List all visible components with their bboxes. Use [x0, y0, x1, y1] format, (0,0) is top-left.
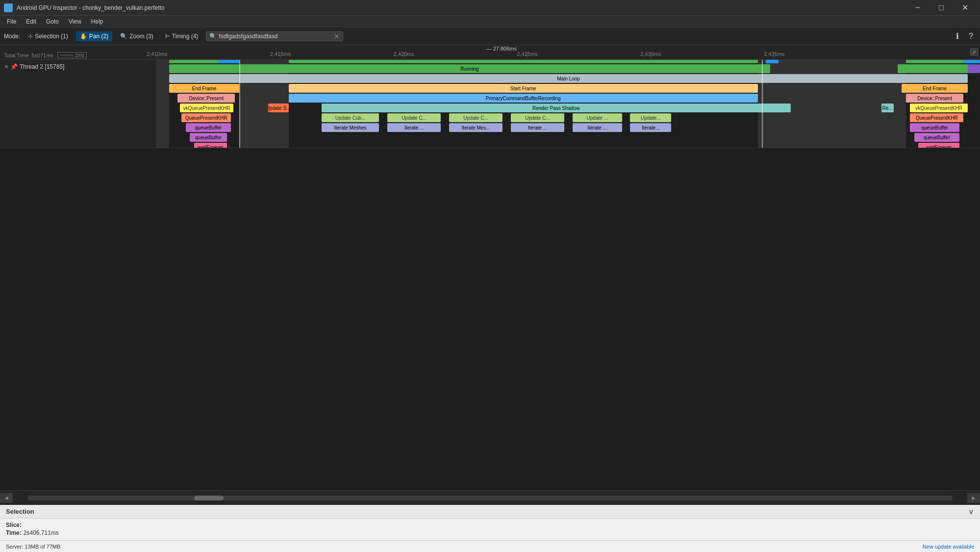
bottom-panel: Selection ∨ Slice: Time: 2s406.711ms: [0, 505, 980, 540]
track-row-indicators: [157, 60, 980, 64]
track-row-running: Running: [157, 64, 980, 74]
track-row-mainloop: Main Loop: [157, 74, 980, 83]
track-row-queuebuffer2: queueBuffer queueBuffer: [157, 132, 980, 142]
slice-updatec-1[interactable]: Update C...: [387, 113, 441, 122]
mode-timing-button[interactable]: ⊢ Timing (4): [161, 31, 202, 41]
slice-queuepresentkhr-1[interactable]: QueuePresentKHR: [181, 113, 231, 122]
ruler-tick-3: [527, 54, 528, 58]
slice-devicepresent-2[interactable]: Device::Present: [906, 94, 964, 103]
slice-queuebuffer-3[interactable]: queueBuffer: [190, 133, 227, 142]
slice-running-1[interactable]: Running: [169, 64, 770, 73]
slice-queuepresentkhr-2[interactable]: QueuePresentKHR: [910, 113, 963, 122]
slice-update-5[interactable]: Update...: [630, 113, 671, 122]
ruler-info: Total Time: 5s071ms ──── 1ms: [0, 52, 157, 58]
search-container: 🔍 ✕: [206, 31, 343, 41]
bottom-panel-header: Selection ∨: [0, 505, 980, 519]
slice-mainloop[interactable]: Main Loop: [169, 74, 968, 83]
slice-vkqueuepresent-2[interactable]: vkQueuePresentKHR: [910, 104, 968, 112]
scrollbar-track[interactable]: [27, 496, 953, 500]
mode-zoom-button[interactable]: 🔍 Zoom (3): [116, 31, 157, 41]
close-button[interactable]: ✕: [954, 0, 976, 16]
slice-renderpassshadow[interactable]: Render Pass Shadow: [322, 104, 791, 112]
time-ruler: Total Time: 5s071ms ──── 1ms 2,410ms 2,4…: [0, 45, 980, 60]
indicator-green-3[interactable]: [906, 60, 964, 63]
title-bar: Android GPU Inspector - chonky_bender_vu…: [0, 0, 980, 16]
slice-waitforever-2[interactable]: waitForever: [918, 143, 959, 148]
ruler-tick-1: [280, 54, 280, 58]
update-link[interactable]: New update available: [923, 544, 974, 550]
slice-endframe-1[interactable]: End Frame: [169, 84, 239, 93]
thread-label-icons: ✕ 📌: [4, 63, 18, 70]
menu-edit[interactable]: Edit: [21, 17, 41, 26]
mode-selection-button[interactable]: ⊹ Selection (1): [24, 31, 72, 41]
slice-iterate-1[interactable]: Iterate ...: [387, 123, 441, 132]
slice-waitforever-1[interactable]: waitForever: [194, 143, 227, 148]
thread-row: ✕ 📌 Thread 2 [15785]: [0, 60, 980, 148]
panel-collapse-button[interactable]: ∨: [968, 507, 974, 516]
scroll-right-button[interactable]: ►: [967, 493, 980, 503]
slice-iteratemes-2[interactable]: Iterate Mes...: [449, 123, 503, 132]
expand-zoom-button[interactable]: ⤢: [970, 48, 978, 55]
slice-update-4[interactable]: Update ...: [573, 113, 622, 122]
slice-renderpassshadow-end[interactable]: Re...: [881, 104, 894, 112]
app-icon: [4, 3, 13, 12]
thread-name: Thread 2 [15785]: [20, 63, 64, 70]
scrollbar-thumb[interactable]: [194, 496, 224, 500]
search-input[interactable]: [219, 33, 332, 40]
ruler-tick-5: [774, 54, 775, 58]
time-value: 2s406.711ms: [24, 529, 59, 536]
slice-updates[interactable]: Update S...: [268, 104, 289, 112]
server-info: Server: 13MB of 77MB: [6, 544, 60, 550]
thread-tracks[interactable]: Running Main Loop End Frame Start Frame …: [157, 60, 980, 148]
menu-help[interactable]: Help: [86, 17, 108, 26]
zoom-icon: 🔍: [120, 33, 127, 40]
slice-updatecub[interactable]: Update Cub...: [322, 113, 379, 122]
track-row-waitforever: waitForever waitForever: [157, 142, 980, 148]
ruler-tick-2: [403, 54, 404, 58]
slice-updatec-2[interactable]: Update C...: [449, 113, 503, 122]
menu-file[interactable]: File: [2, 17, 21, 26]
indicator-green-2[interactable]: [289, 60, 758, 63]
pan-icon: ✋: [80, 33, 87, 40]
ruler-ticks[interactable]: 2,410ms 2,415ms 2,420ms 2,425ms — 27.806…: [157, 45, 980, 58]
slice-endframe-2[interactable]: End Frame: [902, 84, 967, 93]
slice-queuebuffer-1[interactable]: queueBuffer: [186, 123, 231, 132]
track-row-queuebuffer: queueBuffer Iterate Meshes Iterate ... I…: [157, 123, 980, 132]
slice-primarycmdbuf[interactable]: PrimaryCommandBufferRecording: [289, 94, 758, 103]
search-icon: 🔍: [209, 33, 217, 40]
thread-pin-button[interactable]: 📌: [10, 63, 18, 70]
scroll-left-button[interactable]: ◄: [0, 493, 13, 503]
mode-pan-button[interactable]: ✋ Pan (2): [76, 31, 112, 41]
maximize-button[interactable]: □: [930, 0, 953, 16]
indicator-blue-2[interactable]: [766, 60, 778, 63]
timeline-container: Total Time: 5s071ms ──── 1ms 2,410ms 2,4…: [0, 45, 980, 505]
thread-collapse-button[interactable]: ✕: [4, 63, 9, 70]
slice-queuebuffer-4[interactable]: queueBuffer: [914, 133, 959, 142]
menu-goto[interactable]: Goto: [41, 17, 64, 26]
minimize-button[interactable]: −: [906, 0, 929, 16]
detail-row-time: Time: 2s406.711ms: [6, 529, 974, 536]
ruler-tick-0: [157, 54, 157, 58]
slice-running-2[interactable]: [898, 64, 972, 73]
search-clear-button[interactable]: ✕: [334, 33, 340, 40]
slice-queuebuffer-2[interactable]: queueBuffer: [910, 123, 959, 132]
slice-vkqueuepresent-1[interactable]: vkQueuePresentKHR: [180, 104, 233, 112]
indicator-blue-1[interactable]: [219, 60, 239, 63]
slice-iterate-3[interactable]: Iterate ...: [511, 123, 564, 132]
menu-bar: File Edit Goto View Help: [0, 16, 980, 27]
indicator-blue-3[interactable]: [963, 60, 980, 63]
slice-running-3[interactable]: [968, 64, 980, 73]
slice-devicepresent-1[interactable]: Device::Present: [177, 94, 235, 103]
menu-view[interactable]: View: [64, 17, 86, 26]
empty-area: [0, 148, 980, 490]
scale-label: ──── 1ms: [57, 52, 87, 58]
slice-updatec-3[interactable]: Update C...: [511, 113, 564, 122]
info-button[interactable]: ℹ: [953, 29, 962, 43]
slice-iterate-5[interactable]: Iterate...: [630, 123, 671, 132]
slice-label: Slice:: [6, 522, 22, 528]
window-title: Android GPU Inspector - chonky_bender_vu…: [17, 4, 903, 11]
settings-button[interactable]: ?: [966, 30, 976, 43]
slice-startframe[interactable]: Start Frame: [289, 84, 758, 93]
slice-iteratemeshes-1[interactable]: Iterate Meshes: [322, 123, 379, 132]
slice-iterate-4[interactable]: Iterate ...: [573, 123, 622, 132]
